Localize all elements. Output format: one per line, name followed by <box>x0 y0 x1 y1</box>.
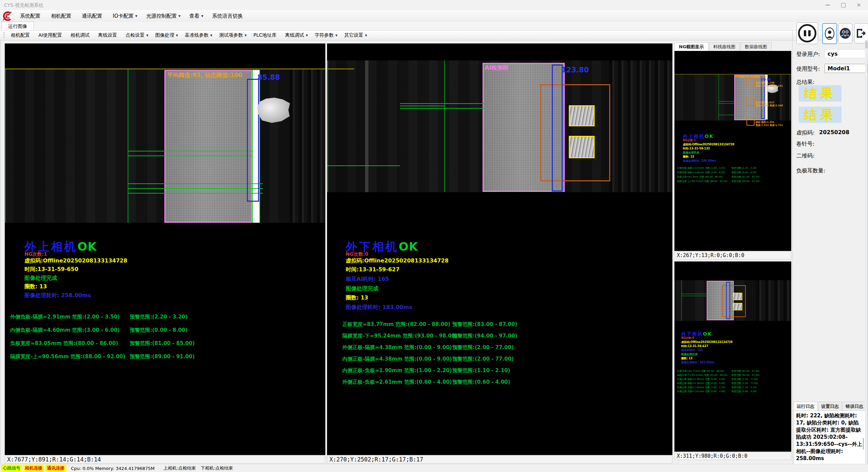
upper-camera-view[interactable]: 平均阈值:93, 动态阈值:100 85.88 外上相机OK NG次数:1 虚拟… <box>5 43 325 455</box>
users-group-button[interactable] <box>838 23 852 43</box>
toolbar-item[interactable]: 图像处理 ▼ <box>152 31 181 40</box>
tab-run-image[interactable]: 运行图像 <box>2 22 34 31</box>
lower-camera-view[interactable]: AI检测框 123.80 外下相机OK NG次数:0 虚拟码:Offline20… <box>327 43 672 455</box>
mini-stripes <box>756 280 791 321</box>
measure-value-overlay: 85.88 <box>257 73 280 81</box>
menu-item[interactable]: 系统语言切换 <box>208 13 249 19</box>
users-group-icon <box>839 28 851 39</box>
toolbar-item[interactable]: 相机调试 <box>67 31 95 40</box>
lower-camera-status: 下相机:点检结束 <box>201 465 233 471</box>
toolbar-item[interactable]: 离线设置 <box>95 31 122 40</box>
measure-line <box>327 165 400 166</box>
preview-tab[interactable]: 料线曲线图 <box>709 42 740 51</box>
toolbar-item[interactable]: AI使用配置 <box>35 31 67 40</box>
chevron-down-icon: ▼ <box>146 34 148 37</box>
pause-button[interactable] <box>796 22 818 44</box>
menu-item[interactable]: 通讯配置 <box>77 13 108 19</box>
mini-measurement-row: 内侧正极-负极=1.90mm 范围:(1.00 - 2.20) 预警范围:(1.… <box>677 386 727 388</box>
right-scroll-strip[interactable] <box>865 40 868 463</box>
log-content[interactable]: 耗时: 222, 缺陷检测耗时: 17, 缺陷分类耗时: 0, 缺陷提取分区耗时… <box>794 411 866 466</box>
log-tab[interactable]: 错误日志 <box>843 402 866 411</box>
restore-button[interactable] <box>835 0 851 10</box>
menu-item[interactable]: IO卡配置 ▼ <box>108 13 142 19</box>
chevron-down-icon: ▼ <box>135 15 137 18</box>
ai-detect-region <box>540 84 610 181</box>
yellow-reference-line <box>327 69 354 69</box>
toolbar-item[interactable]: 其它设置 ▼ <box>341 31 370 40</box>
mini-turns: 圈数: 13 <box>683 155 694 159</box>
measurement-row: 外侧负极-隔膜=2.91mm 范围:(2.00 - 3.50) 预警范围:(2.… <box>10 314 125 319</box>
toolbar-item[interactable]: 字符参数 ▼ <box>311 31 341 40</box>
virtual-code: 虚拟码:Offline20250208133134728 <box>346 257 449 265</box>
menu-item[interactable]: 查看 ▼ <box>185 13 208 19</box>
window-title: CYS-视觉检测系统 <box>4 2 43 8</box>
vcode-value: 20250208 <box>819 129 849 135</box>
close-button[interactable]: ✕ <box>851 0 867 10</box>
result-badge-upper: 结果 <box>799 85 842 102</box>
measure-line <box>128 188 263 189</box>
chevron-down-icon: ▼ <box>306 34 308 37</box>
toolbar-item[interactable]: 点检设置 ▼ <box>122 31 152 40</box>
defect-item: 缺陷 面积:1.391宽度:1.221 高度:1.731 <box>746 117 783 127</box>
toolbar-items: 相机配置 AI使用配置 相机调试 离线设置 点检设置 ▼ 图像处理 ▼ 基准线参… <box>7 31 370 40</box>
machine-stripes <box>609 60 672 192</box>
defect-box <box>746 98 755 106</box>
minimize-button[interactable] <box>820 0 835 10</box>
login-user-value[interactable]: cys <box>825 49 868 58</box>
mini-measure-line <box>719 103 735 104</box>
mini-ng: NG次数:1 <box>683 139 696 142</box>
cpu-memory-status: Cpu: 0.0% Memory: 3424.41796875M <box>71 466 155 471</box>
preview-tab[interactable]: NG截图显示 <box>674 42 708 51</box>
mini-blue-box <box>726 282 730 319</box>
log-tab[interactable]: 设置日志 <box>818 402 842 411</box>
preview-tab[interactable]: 数据曲线图 <box>741 42 772 51</box>
menu-item[interactable]: 光源控制配置 ▼ <box>142 13 185 19</box>
toolbar-item[interactable]: PLC地址库 <box>250 31 282 40</box>
measurement-list: 正极宽度=83.77mm 范围:(82.00 - 88.00) 预警范围:(83… <box>342 321 457 384</box>
electrode-region <box>164 70 252 223</box>
toolbar-item[interactable]: 基准线参数 ▼ <box>181 31 216 40</box>
mini-done: 图像处理完成 <box>681 352 698 356</box>
toolbar-item[interactable]: 相机配置 <box>7 31 35 40</box>
turn-count: 圈数: 13 <box>346 294 368 302</box>
ng-count: NG次数:0 <box>346 251 368 257</box>
tab-detect-box <box>569 136 595 158</box>
menu-item[interactable]: 系统配置 <box>16 13 47 19</box>
preview-tabs: NG截图显示料线曲线图数据曲线图 <box>674 42 772 51</box>
measurement-row: 正极宽度=83.77mm 范围:(82.00 - 88.00) 预警范围:(83… <box>342 321 457 326</box>
toolbar-item[interactable]: 测试项参数 ▼ <box>216 31 250 40</box>
measure-value-overlay: 123.80 <box>561 66 589 74</box>
toolbar-item[interactable]: 离线调试 ▼ <box>282 31 311 40</box>
mini-measurement-row: 外侧正极-隔膜=4.38mm 范围:(0.00 - 9.00) 预警范围:(2.… <box>677 378 727 380</box>
log-scrollbar[interactable] <box>863 438 864 450</box>
defect-box <box>746 78 755 86</box>
ng-preview-upper[interactable]: 平均阈值:93, 动态阈值:100 85.88 缺陷 面积:1.236宽度:1.… <box>674 51 791 251</box>
mini-code: 虚拟码:Offline20250208133134728 <box>683 143 734 146</box>
mini-measurements: 正极宽度=83.77mm 范围:(82.00 - 88.00) 预警范围:(83… <box>677 369 727 392</box>
right-scroll-thumb[interactable] <box>865 41 867 48</box>
menu-item[interactable]: 相机配置 <box>47 13 77 19</box>
qr-code-label: 二维码: <box>796 152 814 160</box>
mini-measurement-row: 负极宽度=83.3mm 范围:(80.00 - 86.00) 预警范围:(81.… <box>677 175 727 178</box>
measure-line <box>400 103 484 104</box>
mini-tab-box <box>733 293 742 300</box>
measurement-row: 负极宽度=83.05mm 范围:(80.00 - 86.00) 预警范围:(81… <box>10 340 125 345</box>
lower-coords-bar: X:270;Y:2502;R:17;G:17;B:17 <box>327 455 672 464</box>
menu-items: 系统配置 相机配置 通讯配置 IO卡配置 ▼ 光源控制配置 ▼ 查看 ▼ 系统语… <box>16 10 249 22</box>
preview2-coords-bar: X:311;Y:980;R:0;G:0;B:0 <box>674 452 791 460</box>
process-status: 图像处理完成 <box>346 285 378 292</box>
measure-line <box>400 106 444 106</box>
model-select[interactable]: Model1 <box>825 64 868 73</box>
mini-measurement-row: 隔膜宽度-上=90.57mm 范围:(88.00 - 92.00) 预警范围:(… <box>677 180 727 182</box>
defect-list: 缺陷 面积:1.236宽度:1.775 高度:1.141 缺陷 面积:1.517… <box>746 78 783 127</box>
ng-preview-lower[interactable]: 外下相机OK NG次数:0 虚拟码:Offline202502081331347… <box>674 261 791 452</box>
sidebar-divider <box>792 30 793 465</box>
toolbar-grip-icon[interactable] <box>3 32 5 38</box>
mini-green-line <box>681 280 682 321</box>
preview1-coords-bar: X:267;Y:13;R:0;G:0;B:0 <box>674 251 791 259</box>
mini-measurement-row: 外侧正极-负极=2.61mm 范围:(0.60 - 4.00) 预警范围:(0.… <box>677 390 727 392</box>
tab-detect-box <box>569 105 595 126</box>
user-button[interactable] <box>822 23 837 44</box>
pause-icon <box>798 24 816 42</box>
log-tab[interactable]: 运行日志 <box>794 402 817 411</box>
